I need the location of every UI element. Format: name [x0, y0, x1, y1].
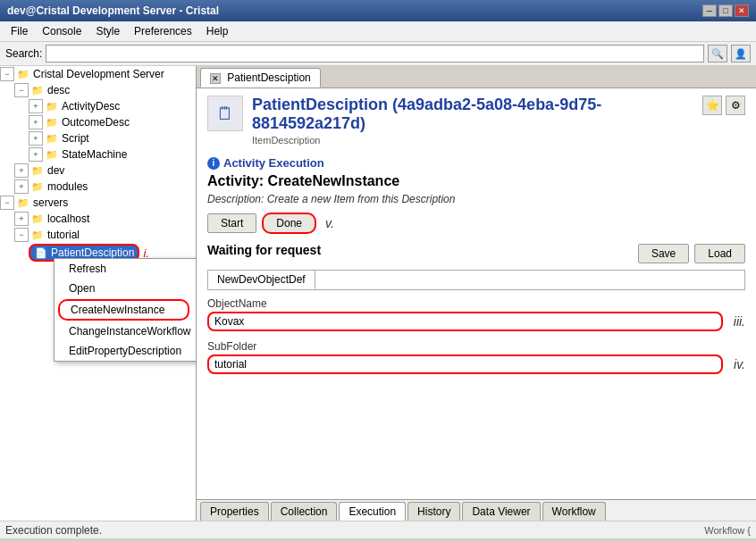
search-button[interactable]: 🔍 — [708, 45, 727, 63]
menubar: File Console Style Preferences Help — [0, 21, 756, 42]
bottom-tab-dataviewer[interactable]: Data Viewer — [462, 502, 540, 521]
maximize-button[interactable]: □ — [718, 4, 733, 17]
context-menu-edit-property[interactable]: EditPropertyDescription — [55, 341, 197, 361]
activity-name: Activity: CreateNewInstance — [207, 173, 745, 189]
tree-toggle-activitydesc[interactable]: + — [29, 99, 43, 113]
tree-item-tutorial[interactable]: − 📁 tutorial — [0, 227, 196, 243]
tree-toggle-modules[interactable]: + — [14, 179, 29, 194]
save-button[interactable]: Save — [638, 244, 689, 263]
tree-item-servers[interactable]: − 📁 servers — [0, 195, 196, 211]
tab-row: ✕ PatientDesciption — [197, 66, 756, 88]
tree-item-activitydesc[interactable]: + 📁 ActivityDesc — [0, 98, 196, 114]
tab-patientdesciption[interactable]: ✕ PatientDesciption — [200, 68, 321, 88]
description-text: Description: Create a new Item from this… — [207, 193, 745, 205]
tree-item-outcomedesc[interactable]: + 📁 OutcomeDesc — [0, 114, 196, 130]
tree-label-tutorial: tutorial — [47, 229, 80, 241]
menu-file[interactable]: File — [4, 23, 35, 39]
done-button[interactable]: Done — [262, 213, 316, 234]
search-input[interactable] — [46, 45, 704, 63]
star-button[interactable]: ⭐ — [702, 96, 722, 115]
tree-label-servers: servers — [33, 196, 68, 209]
content-title: PatientDesciption (4a9adba2-5a08-4eba-9d… — [252, 96, 702, 133]
tree-toggle-cristal[interactable]: − — [0, 67, 14, 81]
right-panel: ✕ PatientDesciption 🗒 PatientDesciption … — [197, 66, 756, 521]
tree-toggle-localhost[interactable]: + — [14, 212, 29, 226]
folder-icon-statemachine: 📁 — [45, 147, 59, 162]
tree-toggle-outcomedesc[interactable]: + — [29, 115, 43, 129]
menu-style[interactable]: Style — [88, 23, 127, 39]
tree-toggle-dev[interactable]: + — [14, 163, 29, 178]
subfolder-input[interactable] — [207, 354, 723, 374]
tree-item-modules[interactable]: + 📁 modules — [0, 179, 196, 195]
status-row: Waiting for request Save Load — [207, 243, 745, 264]
menu-console[interactable]: Console — [35, 23, 88, 39]
section-header: i Activity Execution — [207, 156, 745, 170]
workflow-text: Workflow { — [704, 525, 751, 536]
load-button[interactable]: Load — [694, 244, 745, 263]
folder-icon-servers: 📁 — [16, 196, 30, 210]
info-icon: i — [207, 157, 220, 170]
tree-label-cristal: Cristal Development Server — [33, 68, 164, 80]
context-menu-change-workflow[interactable]: ChangeInstanceWorkflow — [55, 321, 197, 341]
tree-label-localhost: localhost — [47, 213, 89, 225]
settings-button[interactable]: ⚙ — [726, 96, 745, 115]
window-controls: ─ □ ✕ — [702, 4, 749, 17]
objectname-input[interactable] — [207, 312, 723, 331]
folder-icon: 📁 — [16, 67, 30, 81]
tree-label-dev: dev — [47, 164, 64, 177]
objectname-annotation: iii. — [734, 314, 745, 329]
subfolder-annotation: iv. — [734, 357, 745, 371]
folder-icon-outcomedesc: 📁 — [45, 115, 59, 129]
tree-label-activitydesc: ActivityDesc — [62, 100, 120, 113]
tree-item-script[interactable]: + 📁 Script — [0, 130, 196, 146]
content-title-block: PatientDesciption (4a9adba2-5a08-4eba-9d… — [252, 96, 702, 146]
folder-icon-tutorial: 📁 — [30, 228, 45, 242]
content-icon: 🗒 — [207, 96, 243, 131]
menu-help[interactable]: Help — [199, 23, 236, 39]
folder-icon-dev: 📁 — [30, 163, 45, 178]
folder-icon-desc: 📁 — [30, 83, 45, 97]
folder-icon-modules: 📁 — [30, 179, 45, 194]
tree-toggle-statemachine[interactable]: + — [29, 147, 43, 162]
content-header: 🗒 PatientDesciption (4a9adba2-5a08-4eba-… — [207, 96, 745, 146]
close-button[interactable]: ✕ — [735, 4, 749, 17]
tree-toggle-tutorial[interactable]: − — [14, 228, 29, 242]
context-menu-create-row: CreateNewInstance ii. — [55, 298, 197, 321]
inner-tab-newdevobjectdef[interactable]: NewDevObjectDef — [208, 271, 315, 289]
tab-close-button[interactable]: ✕ — [210, 73, 221, 84]
tree-toggle-script[interactable]: + — [29, 131, 43, 146]
folder-icon-activitydesc: 📁 — [45, 99, 59, 113]
bottom-tab-collection[interactable]: Collection — [271, 502, 338, 521]
tree-item-dev[interactable]: + 📁 dev — [0, 163, 196, 179]
bottom-tab-workflow[interactable]: Workflow — [542, 502, 606, 521]
bottom-tab-properties[interactable]: Properties — [200, 502, 269, 521]
bottom-tab-history[interactable]: History — [407, 502, 460, 521]
search-label: Search: — [5, 47, 42, 60]
tree-label-statemachine: StateMachine — [62, 148, 127, 161]
window-title: dev@Cristal Development Server - Cristal — [7, 4, 219, 17]
searchbar: Search: 🔍 👤 — [0, 42, 756, 66]
minimize-button[interactable]: ─ — [702, 4, 717, 17]
start-button[interactable]: Start — [207, 213, 256, 233]
context-menu-create-new-instance[interactable]: CreateNewInstance — [58, 299, 189, 321]
main-container: − 📁 Cristal Development Server − 📁 desc … — [0, 66, 756, 521]
top-right-icons: ⭐ ⚙ — [702, 96, 745, 115]
context-menu-refresh[interactable]: Refresh — [55, 259, 197, 279]
tree-item-localhost[interactable]: + 📁 localhost — [0, 211, 196, 227]
tree-toggle-servers[interactable]: − — [0, 196, 14, 210]
inner-tab-container: NewDevObjectDef — [207, 270, 745, 290]
bottom-tab-execution[interactable]: Execution — [339, 502, 406, 521]
tree-toggle-desc[interactable]: − — [14, 83, 29, 97]
subfolder-label: SubFolder — [207, 340, 745, 353]
titlebar: dev@Cristal Development Server - Cristal… — [0, 0, 756, 21]
tree-item-statemachine[interactable]: + 📁 StateMachine — [0, 146, 196, 163]
folder-icon-localhost: 📁 — [30, 212, 45, 226]
done-annotation: v. — [325, 216, 334, 230]
waiting-status: Waiting for request — [207, 243, 321, 257]
menu-preferences[interactable]: Preferences — [127, 23, 199, 39]
tree-item-desc[interactable]: − 📁 desc — [0, 82, 196, 98]
left-panel: − 📁 Cristal Development Server − 📁 desc … — [0, 66, 197, 521]
tree-item-cristal[interactable]: − 📁 Cristal Development Server — [0, 66, 196, 82]
user-button[interactable]: 👤 — [731, 45, 751, 63]
context-menu-open[interactable]: Open — [55, 279, 197, 298]
